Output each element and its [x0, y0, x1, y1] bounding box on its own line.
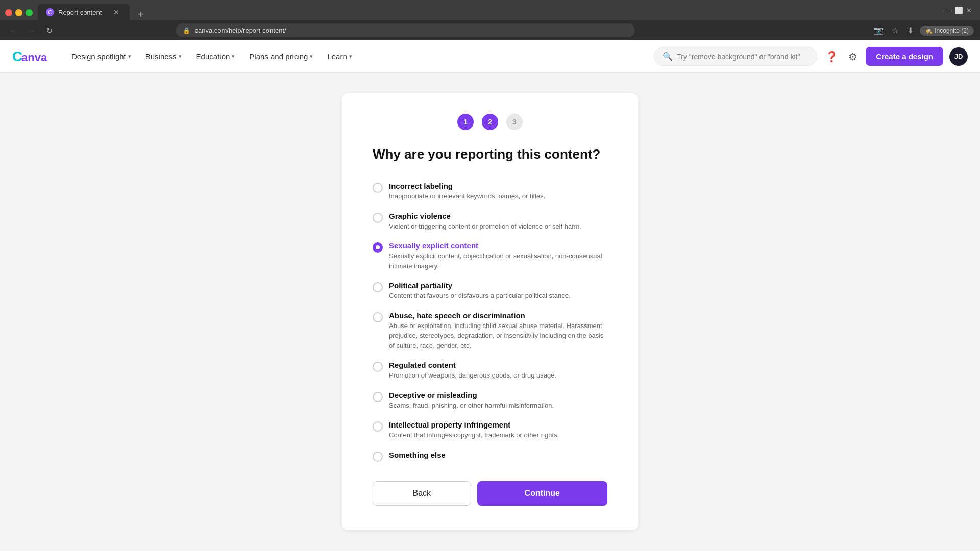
- radio-political-partiality[interactable]: [373, 282, 383, 292]
- new-tab-btn[interactable]: +: [135, 9, 147, 20]
- radio-deceptive-misleading[interactable]: [373, 392, 383, 402]
- option-label-abuse-hate-speech: Abuse, hate speech or discrimination: [389, 311, 607, 320]
- chevron-down-icon: ▾: [232, 53, 235, 60]
- step-3: 3: [506, 114, 523, 130]
- tab-close-btn[interactable]: ✕: [111, 7, 121, 17]
- option-regulated-content[interactable]: Regulated content Promotion of weapons, …: [373, 356, 607, 386]
- window-restore-icon[interactable]: ⬜: [955, 7, 963, 14]
- option-desc-ip-infringement: Content that infringes copyright, tradem…: [389, 430, 607, 440]
- help-icon[interactable]: ❓: [823, 48, 840, 65]
- window-maximize-btn[interactable]: [26, 9, 33, 16]
- nav-right: 🔍 ❓ ⚙ Create a design JD: [654, 47, 968, 66]
- incognito-label: Incognito (2): [935, 27, 969, 34]
- radio-abuse-hate-speech[interactable]: [373, 312, 383, 322]
- chevron-down-icon: ▾: [128, 53, 131, 60]
- window-close-btn[interactable]: [5, 9, 12, 16]
- radio-regulated-content[interactable]: [373, 362, 383, 372]
- step-1: 1: [457, 114, 474, 130]
- main-content: 1 2 3 Why are you reporting this content…: [0, 73, 980, 551]
- download-icon[interactable]: ⬇: [905, 23, 916, 37]
- option-desc-regulated-content: Promotion of weapons, dangerous goods, o…: [389, 370, 607, 381]
- option-desc-abuse-hate-speech: Abuse or exploitation, including child s…: [389, 321, 607, 351]
- nav-links: Design spotlight ▾ Business ▾ Education …: [65, 48, 650, 65]
- active-tab[interactable]: C Report content ✕: [38, 4, 130, 20]
- option-deceptive-misleading[interactable]: Deceptive or misleading Scams, fraud, ph…: [373, 386, 607, 416]
- option-desc-deceptive-misleading: Scams, fraud, phishing, or other harmful…: [389, 400, 607, 411]
- option-incorrect-labeling[interactable]: Incorrect labeling Inappropriate or irre…: [373, 177, 607, 207]
- form-actions: Back Continue: [373, 481, 607, 506]
- window-minimize-icon[interactable]: —: [945, 7, 952, 14]
- incognito-badge: 🕵 Incognito (2): [920, 26, 974, 36]
- radio-graphic-violence[interactable]: [373, 213, 383, 223]
- option-desc-incorrect-labeling: Inappropriate or irrelevant keywords, na…: [389, 191, 607, 202]
- nav-education[interactable]: Education ▾: [190, 48, 241, 65]
- create-design-button[interactable]: Create a design: [866, 47, 943, 66]
- chevron-down-icon: ▾: [310, 53, 313, 60]
- address-bar[interactable]: 🔒: [176, 23, 635, 37]
- window-minimize-btn[interactable]: [15, 9, 22, 16]
- avatar[interactable]: JD: [949, 47, 968, 66]
- option-abuse-hate-speech[interactable]: Abuse, hate speech or discrimination Abu…: [373, 306, 607, 356]
- progress-steps: 1 2 3: [373, 114, 607, 130]
- radio-something-else[interactable]: [373, 452, 383, 462]
- bookmark-icon[interactable]: ☆: [890, 23, 901, 37]
- option-label-graphic-violence: Graphic violence: [389, 212, 607, 220]
- window-close-icon[interactable]: ✕: [966, 7, 972, 14]
- option-label-ip-infringement: Intellectual property infringement: [389, 420, 607, 429]
- nav-plans-pricing[interactable]: Plans and pricing ▾: [243, 48, 319, 65]
- nav-learn[interactable]: Learn ▾: [321, 48, 358, 65]
- form-card: 1 2 3 Why are you reporting this content…: [342, 93, 638, 530]
- tab-favicon: C: [46, 8, 54, 16]
- option-sexually-explicit[interactable]: Sexually explicit content Sexually expli…: [373, 236, 607, 276]
- url-input[interactable]: [194, 27, 628, 34]
- tab-title: Report content: [58, 9, 107, 16]
- option-ip-infringement[interactable]: Intellectual property infringement Conte…: [373, 415, 607, 445]
- option-label-regulated-content: Regulated content: [389, 361, 607, 369]
- radio-incorrect-labeling[interactable]: [373, 183, 383, 193]
- option-political-partiality[interactable]: Political partiality Content that favour…: [373, 276, 607, 306]
- address-bar-row: ← → ↻ 🔒 📷 ☆ ⬇ 🕵 Incognito (2): [0, 20, 980, 40]
- option-label-deceptive-misleading: Deceptive or misleading: [389, 391, 607, 399]
- chevron-down-icon: ▾: [179, 53, 182, 60]
- canva-logo[interactable]: C anva: [12, 49, 53, 64]
- camera-off-icon: 📷: [871, 23, 886, 37]
- radio-options: Incorrect labeling Inappropriate or irre…: [373, 177, 607, 467]
- search-input[interactable]: [677, 53, 808, 61]
- main-nav: C anva Design spotlight ▾ Business ▾ Edu…: [0, 40, 980, 73]
- lock-icon: 🔒: [183, 27, 190, 34]
- option-label-something-else: Something else: [389, 450, 607, 459]
- svg-text:anva: anva: [21, 51, 47, 64]
- option-desc-political-partiality: Content that favours or disfavours a par…: [389, 291, 607, 301]
- option-desc-graphic-violence: Violent or triggering content or promoti…: [389, 221, 607, 232]
- browser-forward-btn[interactable]: →: [24, 24, 39, 37]
- option-something-else[interactable]: Something else: [373, 445, 607, 467]
- option-desc-sexually-explicit: Sexually explicit content, objectificati…: [389, 251, 607, 271]
- radio-sexually-explicit[interactable]: [373, 242, 383, 253]
- option-label-incorrect-labeling: Incorrect labeling: [389, 182, 607, 190]
- browser-tab-bar: C Report content ✕ + — ⬜ ✕: [0, 0, 980, 20]
- incognito-icon: 🕵: [925, 27, 933, 34]
- search-icon: 🔍: [663, 52, 673, 61]
- option-label-political-partiality: Political partiality: [389, 281, 607, 290]
- option-label-sexually-explicit: Sexually explicit content: [389, 241, 607, 250]
- back-button[interactable]: Back: [373, 481, 471, 506]
- browser-reload-btn[interactable]: ↻: [43, 23, 56, 37]
- search-bar[interactable]: 🔍: [654, 47, 817, 66]
- browser-back-btn[interactable]: ←: [6, 24, 20, 37]
- settings-icon[interactable]: ⚙: [846, 48, 860, 65]
- radio-ip-infringement[interactable]: [373, 421, 383, 432]
- nav-design-spotlight[interactable]: Design spotlight ▾: [65, 48, 137, 65]
- step-2: 2: [482, 114, 498, 130]
- continue-button[interactable]: Continue: [477, 481, 608, 506]
- chevron-down-icon: ▾: [349, 53, 352, 60]
- option-graphic-violence[interactable]: Graphic violence Violent or triggering c…: [373, 207, 607, 237]
- nav-business[interactable]: Business ▾: [139, 48, 188, 65]
- form-title: Why are you reporting this content?: [373, 146, 607, 162]
